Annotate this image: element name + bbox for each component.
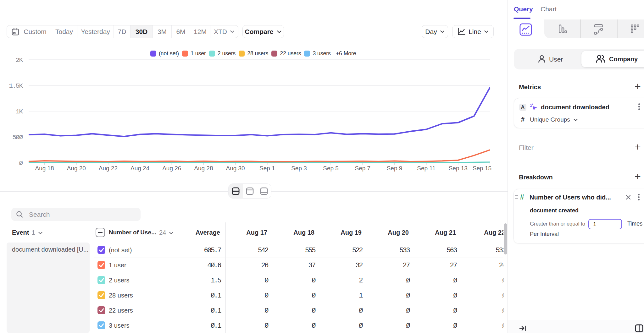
svg-text:Sep 13: Sep 13 <box>449 165 468 172</box>
svg-text:Sep 7: Sep 7 <box>355 165 370 172</box>
svg-text:Sep 15: Sep 15 <box>473 165 491 172</box>
svg-text:Aug 18: Aug 18 <box>35 165 54 172</box>
svg-text:5ØØ: 5ØØ <box>12 134 23 141</box>
svg-text:Sep 9: Sep 9 <box>387 165 402 172</box>
svg-text:Sep 3: Sep 3 <box>291 165 307 172</box>
svg-text:Ø: Ø <box>19 160 23 167</box>
svg-text:1.5K: 1.5K <box>9 82 23 90</box>
svg-text:Aug 28: Aug 28 <box>194 165 213 172</box>
svg-text:Aug 24: Aug 24 <box>130 165 150 172</box>
svg-text:1K: 1K <box>16 108 23 115</box>
svg-text:2K: 2K <box>16 57 23 64</box>
svg-text:Sep 11: Sep 11 <box>417 165 436 172</box>
svg-text:Aug 30: Aug 30 <box>226 165 245 172</box>
svg-text:Aug 26: Aug 26 <box>162 165 181 172</box>
svg-text:Aug 22: Aug 22 <box>99 165 118 172</box>
svg-text:Sep 5: Sep 5 <box>323 165 339 172</box>
svg-text:Sep 1: Sep 1 <box>259 165 275 172</box>
svg-text:Aug 20: Aug 20 <box>67 165 86 172</box>
